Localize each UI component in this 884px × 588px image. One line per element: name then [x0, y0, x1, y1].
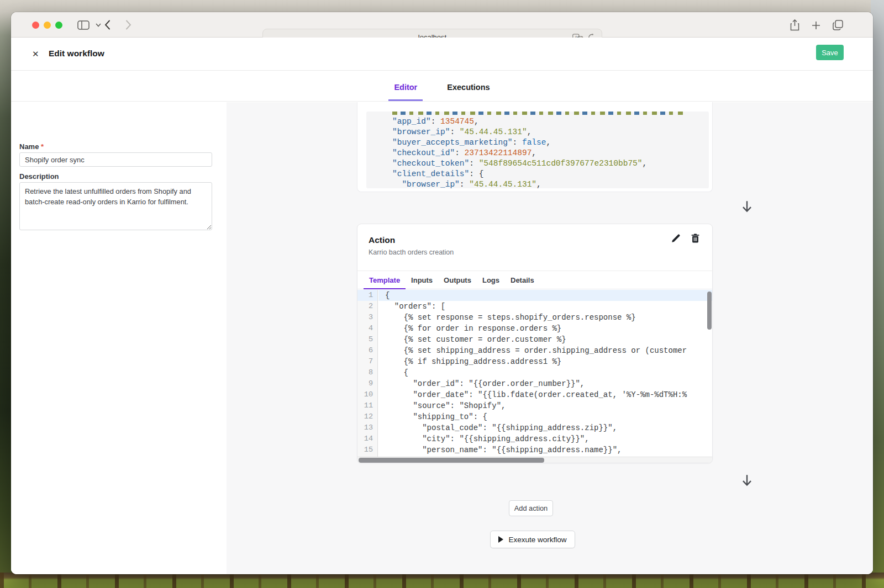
- code-line[interactable]: {% set shipping_address = order.shipping…: [378, 345, 712, 356]
- code-line[interactable]: "order_date": "{{lib.fdate(order.created…: [378, 389, 712, 400]
- code-line[interactable]: "person_name": "{{shipping_address.name}…: [378, 444, 712, 455]
- workflow-form-panel: Name * Description Retrieve the latest u…: [11, 102, 227, 574]
- description-textarea[interactable]: Retrieve the latest unfulfilled orders f…: [19, 182, 212, 230]
- tab-logs[interactable]: Logs: [477, 271, 505, 289]
- line-number: 7: [357, 356, 377, 367]
- flow-arrow-down-icon: [740, 473, 754, 488]
- forward-icon[interactable]: [125, 20, 131, 30]
- line-number: 1: [357, 290, 377, 301]
- add-action-button[interactable]: Add action: [509, 500, 553, 516]
- workflow-nav-tabs: Editor Executions: [11, 71, 873, 102]
- description-label: Description: [19, 172, 59, 181]
- action-card: Action Karrio bacth orders creation: [357, 224, 713, 463]
- name-input[interactable]: [19, 152, 212, 167]
- browser-window: localhost A 文: [11, 12, 873, 574]
- code-line[interactable]: "orders": [: [378, 301, 712, 312]
- play-icon: [498, 536, 503, 543]
- maximize-window-button[interactable]: [55, 22, 62, 29]
- action-title: Action: [369, 235, 395, 245]
- workflow-canvas: "app_id": 1354745,"browser_ip": "45.44.4…: [227, 102, 873, 574]
- code-line[interactable]: {% set customer = order.customer %}: [378, 334, 712, 345]
- code-line: "buyer_accepts_marketing": false,: [392, 137, 647, 148]
- line-number: 5: [357, 334, 377, 345]
- flow-arrow-down-icon: [740, 199, 754, 214]
- code-line[interactable]: "postal_code": "{{shipping_address.zip}}…: [378, 422, 712, 433]
- sidebar-toggle-icon[interactable]: [77, 20, 90, 30]
- trigger-code-lines: "app_id": 1354745,"browser_ip": "45.44.4…: [392, 116, 647, 188]
- code-line[interactable]: {% set response = steps.shopify_orders.r…: [378, 312, 712, 323]
- browser-toolbar: localhost A 文: [11, 12, 873, 38]
- new-tab-icon[interactable]: [812, 21, 820, 30]
- code-line[interactable]: "source": "Shopify",: [378, 400, 712, 411]
- name-label: Name *: [19, 142, 44, 151]
- line-number: 14: [357, 433, 377, 444]
- share-icon[interactable]: [790, 19, 799, 31]
- required-mark: *: [41, 142, 44, 151]
- line-number: 6: [357, 345, 377, 356]
- code-line[interactable]: {% if shipping_address.address1 %}: [378, 356, 712, 367]
- line-number: 8: [357, 367, 377, 378]
- action-tab-bar: Template Inputs Outputs Logs Details: [357, 271, 712, 289]
- editor-code[interactable]: { "orders": [ {% set response = steps.sh…: [378, 290, 712, 457]
- execute-workflow-button[interactable]: Exexute workflow: [490, 531, 575, 548]
- back-icon[interactable]: [104, 20, 110, 30]
- line-number: 11: [357, 400, 377, 411]
- trigger-code-panel[interactable]: "app_id": 1354745,"browser_ip": "45.44.4…: [366, 112, 709, 188]
- tab-outputs[interactable]: Outputs: [438, 271, 477, 289]
- close-window-button[interactable]: [32, 22, 39, 29]
- line-number: 9: [357, 378, 377, 389]
- line-number: 3: [357, 312, 377, 323]
- code-line[interactable]: {: [378, 367, 712, 378]
- code-line[interactable]: {% for order in response.orders %}: [378, 323, 712, 334]
- code-line[interactable]: "order_id": "{{order.order_number}}",: [378, 378, 712, 389]
- close-editor-icon[interactable]: ✕: [32, 49, 39, 59]
- code-line[interactable]: "city": "{{shipping_address.city}}",: [378, 433, 712, 444]
- line-number: 13: [357, 422, 377, 433]
- tab-details[interactable]: Details: [505, 271, 540, 289]
- workflow-header: ✕ Edit workflow Save: [11, 38, 873, 71]
- code-line: "app_id": 1354745,: [392, 116, 647, 127]
- tab-template[interactable]: Template: [364, 271, 406, 289]
- app-content: ✕ Edit workflow Save Editor Executions N…: [11, 38, 873, 574]
- clipped-code-line: [392, 112, 685, 115]
- editor-vertical-scrollbar[interactable]: [707, 292, 712, 330]
- execute-workflow-label: Exexute workflow: [508, 536, 566, 544]
- tab-overview-icon[interactable]: [833, 20, 843, 30]
- tab-editor[interactable]: Editor: [388, 83, 423, 101]
- action-subtitle: Karrio bacth orders creation: [369, 248, 454, 256]
- page-title: Edit workflow: [49, 49, 104, 59]
- editor-horizontal-scrollbar[interactable]: [357, 457, 712, 463]
- chevron-down-icon[interactable]: [96, 23, 101, 27]
- save-button[interactable]: Save: [816, 45, 844, 60]
- editor-horizontal-scrollbar-thumb[interactable]: [359, 458, 544, 463]
- line-number: 15: [357, 444, 377, 455]
- trigger-preview-card: "app_id": 1354745,"browser_ip": "45.44.4…: [357, 102, 713, 192]
- code-line[interactable]: {: [378, 290, 712, 301]
- editor-gutter: 123456789101112131415: [357, 290, 378, 457]
- code-line: "checkout_token": "548f89654c511cd0f3976…: [392, 158, 647, 169]
- code-line: "client_details": {: [392, 169, 647, 179]
- code-line: "checkout_id": 23713422114897,: [392, 148, 647, 158]
- line-number: 10: [357, 389, 377, 400]
- delete-icon[interactable]: [691, 234, 700, 243]
- code-line: "browser_ip": "45.44.45.131",: [392, 127, 647, 137]
- code-line[interactable]: "shipping_to": {: [378, 411, 712, 422]
- edit-icon[interactable]: [671, 234, 681, 243]
- tab-inputs[interactable]: Inputs: [406, 271, 438, 289]
- line-number: 12: [357, 411, 377, 422]
- template-code-editor[interactable]: 123456789101112131415 { "orders": [ {% s…: [357, 290, 712, 463]
- code-line: "browser_ip": "45.44.45.131",: [392, 179, 647, 188]
- tab-executions[interactable]: Executions: [441, 83, 495, 101]
- line-number: 4: [357, 323, 377, 334]
- line-number: 2: [357, 301, 377, 312]
- minimize-window-button[interactable]: [44, 22, 51, 29]
